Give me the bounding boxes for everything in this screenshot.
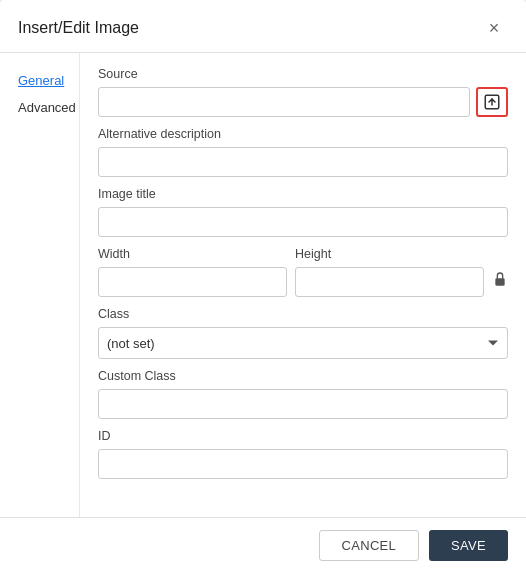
source-input[interactable] (98, 87, 470, 117)
source-label: Source (98, 67, 508, 81)
dialog-body: General Advanced Source (0, 53, 526, 517)
upload-icon (483, 93, 501, 111)
image-title-label: Image title (98, 187, 508, 201)
sidebar: General Advanced (0, 53, 80, 517)
width-field-group: Width (98, 247, 287, 297)
cancel-button[interactable]: CANCEL (319, 530, 420, 561)
height-input[interactable] (295, 267, 484, 297)
height-label: Height (295, 247, 484, 261)
width-input[interactable] (98, 267, 287, 297)
custom-class-field-group: Custom Class (98, 369, 508, 419)
image-title-field-group: Image title (98, 187, 508, 237)
id-input[interactable] (98, 449, 508, 479)
close-button[interactable]: × (480, 14, 508, 42)
alt-description-field-group: Alternative description (98, 127, 508, 177)
id-field-group: ID (98, 429, 508, 479)
image-title-input[interactable] (98, 207, 508, 237)
alt-description-label: Alternative description (98, 127, 508, 141)
upload-button[interactable] (476, 87, 508, 117)
save-button[interactable]: SAVE (429, 530, 508, 561)
custom-class-input[interactable] (98, 389, 508, 419)
dialog-header: Insert/Edit Image × (0, 0, 526, 53)
class-select[interactable]: (not set) custom (98, 327, 508, 359)
custom-class-label: Custom Class (98, 369, 508, 383)
sidebar-item-advanced[interactable]: Advanced (12, 96, 67, 119)
source-row (98, 87, 508, 117)
svg-rect-2 (495, 278, 504, 285)
source-field-group: Source (98, 67, 508, 117)
insert-edit-image-dialog: Insert/Edit Image × General Advanced Sou… (0, 0, 526, 573)
alt-description-input[interactable] (98, 147, 508, 177)
height-field-group: Height (295, 247, 484, 297)
dialog-footer: CANCEL SAVE (0, 517, 526, 573)
class-select-wrapper: (not set) custom (98, 327, 508, 359)
close-icon: × (489, 18, 500, 39)
main-content: Source Alternative description (80, 53, 526, 517)
size-row: Width Height (98, 247, 508, 297)
lock-icon[interactable] (492, 271, 508, 291)
width-label: Width (98, 247, 287, 261)
dialog-title: Insert/Edit Image (18, 19, 139, 37)
id-label: ID (98, 429, 508, 443)
class-field-group: Class (not set) custom (98, 307, 508, 359)
class-label: Class (98, 307, 508, 321)
sidebar-item-general[interactable]: General (12, 69, 67, 92)
